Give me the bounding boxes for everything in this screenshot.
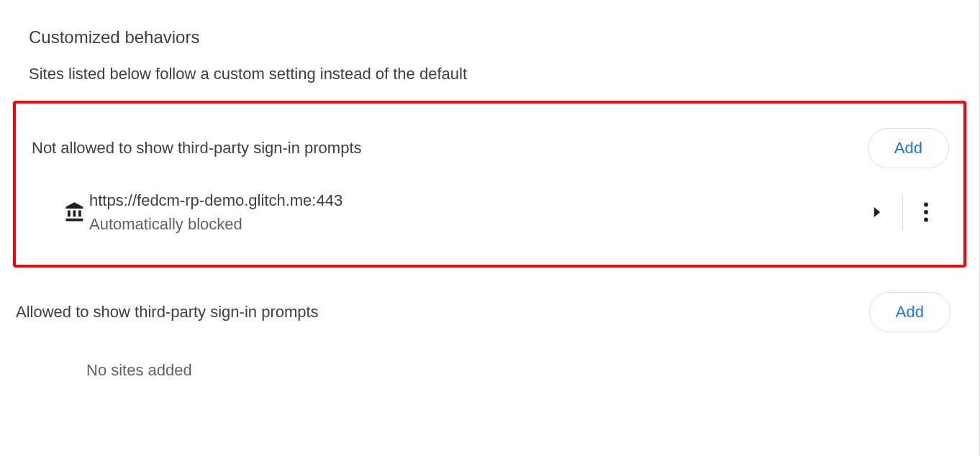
allowed-empty-state: No sites added [0, 344, 979, 397]
site-more-button[interactable] [903, 193, 949, 231]
more-vert-icon [923, 202, 929, 222]
not-allowed-title: Not allowed to show third-party sign-in … [32, 139, 362, 158]
settings-panel: Customized behaviors Sites listed below … [0, 0, 980, 456]
svg-point-1 [924, 210, 928, 214]
site-status: Automatically blocked [89, 212, 852, 236]
allowed-header-row: Allowed to show third-party sign-in prom… [0, 281, 979, 344]
svg-point-2 [924, 218, 928, 222]
site-icon-wrap [32, 201, 89, 223]
allowed-title: Allowed to show third-party sign-in prom… [16, 303, 319, 322]
caret-right-icon [872, 207, 882, 217]
add-not-allowed-button[interactable]: Add [868, 128, 949, 168]
add-allowed-button[interactable]: Add [869, 292, 950, 332]
section-heading: Customized behaviors [0, 17, 979, 53]
site-url: https://fedcm-rp-demo.glitch.me:443 [89, 188, 852, 212]
not-allowed-highlight-box: Not allowed to show third-party sign-in … [13, 101, 966, 268]
not-allowed-header-row: Not allowed to show third-party sign-in … [16, 117, 963, 180]
site-actions [852, 193, 949, 231]
section-description: Sites listed below follow a custom setti… [0, 53, 979, 101]
site-row[interactable]: https://fedcm-rp-demo.glitch.me:443 Auto… [16, 180, 963, 245]
expand-site-button[interactable] [852, 199, 902, 226]
bank-icon [64, 201, 86, 223]
site-info: https://fedcm-rp-demo.glitch.me:443 Auto… [89, 188, 852, 236]
svg-point-0 [924, 203, 928, 207]
